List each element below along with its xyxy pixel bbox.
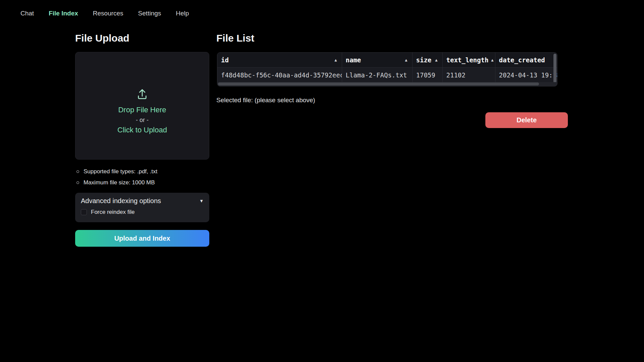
sort-asc-icon: ▲ xyxy=(435,58,437,62)
note-text: Maximum file size: 1000 MB xyxy=(84,179,155,186)
drop-file-here-text: Drop File Here xyxy=(118,105,166,115)
force-reindex-checkbox[interactable] xyxy=(81,209,87,215)
sort-asc-icon: ▲ xyxy=(405,58,407,62)
bullet-icon xyxy=(76,170,79,173)
chevron-down-icon: ▼ xyxy=(199,198,204,203)
column-label: name xyxy=(346,56,361,64)
column-label: date_created xyxy=(499,56,545,64)
bullet-icon xyxy=(76,181,79,184)
cell-size[interactable]: 17059 xyxy=(412,67,442,82)
column-header-size[interactable]: size ▲ xyxy=(412,53,442,67)
file-upload-title: File Upload xyxy=(75,33,129,44)
column-header-name[interactable]: name ▲ xyxy=(342,53,412,67)
vertical-scrollbar[interactable] xyxy=(553,54,556,83)
horizontal-scrollbar-track xyxy=(218,82,557,86)
column-label: size xyxy=(416,56,432,64)
table-header-row: id ▲ name ▲ size ▲ xyxy=(217,53,557,67)
sort-asc-icon: ▲ xyxy=(491,58,493,62)
tab-chat[interactable]: Chat xyxy=(20,8,34,19)
upload-icon xyxy=(136,88,148,102)
file-dropzone[interactable]: Drop File Here - or - Click to Upload xyxy=(75,52,209,160)
note-max-size: Maximum file size: 1000 MB xyxy=(76,177,157,188)
cell-id[interactable]: f48d48bc-f56c-40aa-ad4d-35792eec2f5b xyxy=(217,67,342,82)
tab-file-index[interactable]: File Index xyxy=(49,8,78,19)
horizontal-scrollbar[interactable] xyxy=(218,82,539,85)
or-text: - or - xyxy=(136,115,149,125)
force-reindex-row: Force reindex file xyxy=(81,209,204,216)
selected-file-text: Selected file: (please select above) xyxy=(216,97,315,104)
advanced-options-title: Advanced indexing options xyxy=(81,197,161,205)
upload-notes: Supported file types: .pdf, .txt Maximum… xyxy=(76,166,157,188)
app-window: Chat File Index Resources Settings Help … xyxy=(0,0,644,362)
file-list-title: File List xyxy=(216,33,254,44)
table-row[interactable]: f48d48bc-f56c-40aa-ad4d-35792eec2f5b Lla… xyxy=(217,67,557,82)
note-supported-types: Supported file types: .pdf, .txt xyxy=(76,166,157,177)
column-header-date-created[interactable]: date_created xyxy=(495,53,557,67)
file-table: id ▲ name ▲ size ▲ xyxy=(217,52,557,86)
note-text: Supported file types: .pdf, .txt xyxy=(84,168,157,175)
column-label: id xyxy=(221,56,229,64)
upload-and-index-button[interactable]: Upload and Index xyxy=(75,230,209,247)
column-header-text-length[interactable]: text_length ▲ xyxy=(442,53,495,67)
cell-date-created[interactable]: 2024-04-13 19:18: xyxy=(495,67,557,82)
sort-asc-icon: ▲ xyxy=(334,58,337,62)
tab-resources[interactable]: Resources xyxy=(93,8,123,19)
advanced-options-header[interactable]: Advanced indexing options ▼ xyxy=(81,197,204,205)
click-to-upload-link[interactable]: Click to Upload xyxy=(117,125,167,135)
column-header-id[interactable]: id ▲ xyxy=(217,53,342,67)
delete-button[interactable]: Delete xyxy=(485,112,568,128)
top-nav: Chat File Index Resources Settings Help xyxy=(20,8,189,19)
force-reindex-label: Force reindex file xyxy=(91,209,135,216)
cell-name[interactable]: Llama-2-FAQs.txt xyxy=(342,67,412,82)
tab-help[interactable]: Help xyxy=(176,8,189,19)
cell-text-length[interactable]: 21102 xyxy=(442,67,495,82)
advanced-options-panel: Advanced indexing options ▼ Force reinde… xyxy=(75,193,209,222)
column-label: text_length xyxy=(446,56,489,64)
tab-settings[interactable]: Settings xyxy=(138,8,161,19)
